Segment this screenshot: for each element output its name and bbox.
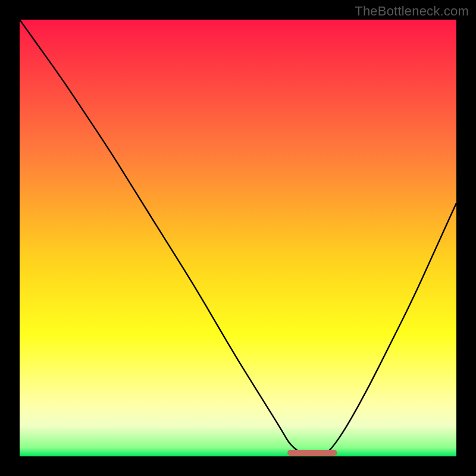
bottleneck-curve: [20, 20, 456, 456]
chart-frame: TheBottleneck.com: [0, 0, 476, 476]
plot-area: [20, 20, 456, 456]
watermark-text: TheBottleneck.com: [355, 4, 469, 19]
